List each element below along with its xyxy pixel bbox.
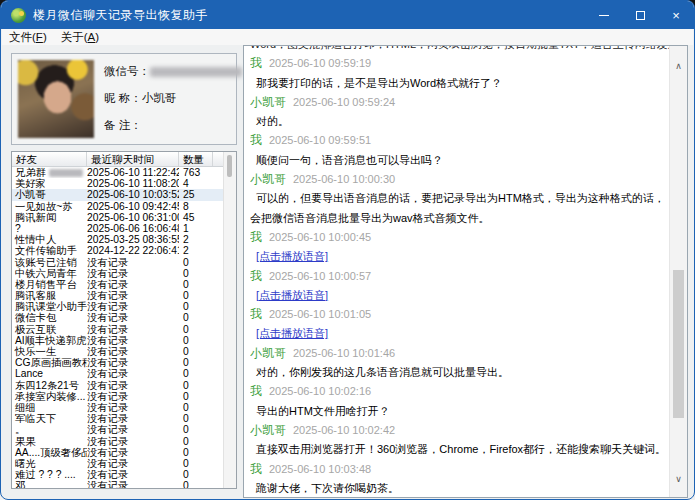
friend-last-chat-time: 没有记录 [87, 436, 179, 447]
friend-row[interactable]: 细细 没有记录 0 [12, 402, 224, 413]
friend-row[interactable]: 微信卡包 没有记录 0 [12, 312, 224, 323]
friend-last-chat-time: 2025-06-10 06:31:00 [87, 212, 179, 223]
friend-last-chat-time: 没有记录 [87, 324, 179, 335]
friend-name: ? [15, 223, 21, 234]
col-friend[interactable]: 好友 [12, 152, 87, 166]
menu-item-about[interactable]: 关于(A) [54, 29, 106, 45]
friend-message-count: 0 [179, 324, 209, 335]
message-time: 2025-06-10 10:01:46 [293, 347, 395, 359]
friend-message-count: 0 [179, 312, 209, 323]
maximize-icon [636, 11, 645, 20]
message-time: 2025-06-10 10:00:30 [293, 173, 395, 185]
friend-row[interactable]: 中铁六局青年 没有记录 0 [12, 268, 224, 279]
chat-message: 我2025-06-10 10:00:57 [点击播放语音] [250, 266, 669, 305]
friend-row[interactable]: 难过 ? ? ? .... 没有记录 0 [12, 469, 224, 480]
voice-link[interactable]: [点击播放语音] [250, 250, 328, 262]
title-bar[interactable]: 楼月微信聊天记录导出恢复助手 × [1, 1, 694, 29]
chat-message: 我2025-06-10 09:59:51 顺便问一句，语音消息也可以导出吗？ [250, 130, 669, 169]
friend-name: AI顺丰快递郭虎... [15, 335, 87, 346]
friend-last-chat-time: 没有记录 [87, 301, 179, 312]
sender-name: 小凯哥 [250, 423, 286, 437]
friend-row[interactable]: Lance 没有记录 0 [12, 368, 224, 379]
friend-row[interactable]: 快乐一生 没有记录 0 [12, 346, 224, 357]
friend-row[interactable]: 曙光 没有记录 0 [12, 458, 224, 469]
chat-scrollbar[interactable]: ∧ ∨ [669, 46, 687, 497]
sender-name: 我 [250, 133, 262, 147]
friend-row[interactable]: CG原画插画教程 没有记录 0 [12, 357, 224, 368]
chat-message-text: 可以的，但要导出语音消息的话，要把记录导出为HTM格式，导出为这种格式的话，会把… [250, 192, 665, 223]
friend-message-count: 0 [179, 257, 209, 268]
friends-scrollbar[interactable] [223, 152, 236, 488]
friend-last-chat-time: 没有记录 [87, 380, 179, 391]
friend-row[interactable]: 极云互联 没有记录 0 [12, 324, 224, 335]
friend-last-chat-time: 没有记录 [87, 402, 179, 413]
friend-name: 腾讯新闻 [15, 212, 56, 223]
sender-name: 我 [250, 56, 262, 70]
minimize-button[interactable] [586, 1, 622, 29]
message-time: 2025-06-10 10:01:05 [269, 308, 371, 320]
chat-message: 我2025-06-10 09:59:19 那我要打印的话，是不是导出为Word格… [250, 53, 669, 92]
menu-item-file[interactable]: 文件(F) [2, 29, 54, 45]
chat-message: 小凯哥2025-06-10 10:02:42 直接双击用浏览器打开！360浏览器… [250, 420, 669, 459]
friend-row[interactable]: 军临天下 没有记录 0 [12, 413, 224, 424]
scroll-up-icon[interactable]: ∧ [670, 58, 687, 74]
maximize-button[interactable] [622, 1, 658, 29]
chat-content: Word，图文混排适合打印；HTML，网页双击浏览；按日期批量TXT，适合上传网… [250, 46, 669, 497]
col-last-chat-time[interactable]: 最近聊天时间 [87, 152, 179, 166]
friend-message-count: 0 [179, 391, 209, 402]
message-time: 2025-06-10 10:00:45 [269, 231, 371, 243]
friend-row[interactable]: AA....顶级奢侈品 没有记录 0 [12, 447, 224, 458]
friends-scroll-thumb[interactable] [227, 155, 232, 177]
friend-message-count: 0 [179, 436, 209, 447]
chat-scroll-thumb[interactable] [673, 270, 684, 418]
close-icon: × [672, 9, 680, 22]
avatar-image [18, 60, 94, 138]
sender-name: 我 [250, 384, 262, 398]
message-time: 2025-06-10 10:02:42 [293, 424, 395, 436]
friend-row[interactable]: 文件传输助手 2024-12-22 22:06:41 2 [12, 245, 224, 256]
friend-row[interactable]: 一见如故~苏 2025-06-10 09:42:45 8 [12, 201, 224, 212]
friend-message-count: 0 [179, 346, 209, 357]
sender-name: 我 [250, 307, 262, 321]
friend-row[interactable]: 东四12条21号 没有记录 0 [12, 380, 224, 391]
friend-last-chat-time: 2024-12-22 22:06:41 [87, 245, 179, 256]
friend-row[interactable]: 小凯哥 2025-06-10 10:03:52 25 [12, 189, 224, 200]
friend-name-redacted [49, 169, 83, 177]
friend-row[interactable]: 美好家 2025-06-10 11:08:20 4 [12, 178, 224, 189]
nickname-value: 小凯哥 [142, 92, 177, 104]
close-button[interactable]: × [658, 1, 694, 29]
voice-link[interactable]: [点击播放语音] [250, 289, 328, 301]
friend-row[interactable]: ? 2025-06-06 16:06:48 1 [12, 223, 224, 234]
friend-row[interactable]: 该账号已注销 没有记录 0 [12, 257, 224, 268]
friend-row[interactable]: 性情中人 2025-03-25 08:36:55 2 [12, 234, 224, 245]
friend-message-count: 0 [179, 290, 209, 301]
chat-message-header: 我2025-06-10 10:03:48 [250, 459, 669, 478]
friend-row[interactable]: 楼月销售平台 没有记录 0 [12, 279, 224, 290]
friend-row[interactable]: 。 没有记录 0 [12, 424, 224, 435]
friend-message-count: 0 [179, 402, 209, 413]
scroll-down-icon[interactable]: ∨ [670, 471, 687, 487]
friend-row[interactable]: 兄弟群 2025-06-10 11:22:42 763 [12, 167, 224, 178]
friend-last-chat-time: 没有记录 [87, 357, 179, 368]
friend-last-chat-time: 2025-06-10 10:03:52 [87, 189, 179, 200]
col-count[interactable]: 数量 [179, 152, 213, 166]
friend-last-chat-time: 没有记录 [87, 391, 179, 402]
chat-clipped-line: Word，图文混排适合打印；HTML，网页双击浏览；按日期批量TXT，适合上传网… [250, 46, 669, 53]
friend-row[interactable]: 邓 没有记录 0 [12, 480, 224, 489]
friend-message-count: 0 [179, 380, 209, 391]
menu-bar: 文件(F) 关于(A) [2, 29, 693, 45]
friend-message-count: 0 [179, 368, 209, 379]
friend-row[interactable]: 腾讯客服 没有记录 0 [12, 290, 224, 301]
friend-row[interactable]: 承接室内装修... 没有记录 0 [12, 391, 224, 402]
sender-name: 小凯哥 [250, 172, 286, 186]
friend-last-chat-time: 没有记录 [87, 312, 179, 323]
chat-message-text: 跪谢大佬，下次请你喝奶茶。 [250, 482, 399, 494]
friend-row[interactable]: AI顺丰快递郭虎... 没有记录 0 [12, 335, 224, 346]
chat-message-header: 我2025-06-10 10:00:57 [250, 266, 669, 285]
friend-row[interactable]: 果果 没有记录 0 [12, 436, 224, 447]
chat-message-header: 小凯哥2025-06-10 09:59:24 [250, 92, 669, 111]
friend-message-count: 0 [179, 279, 209, 290]
friend-row[interactable]: 腾讯新闻 2025-06-10 06:31:00 45 [12, 212, 224, 223]
friend-row[interactable]: 腾讯课堂小助手 没有记录 0 [12, 301, 224, 312]
voice-link[interactable]: [点击播放语音] [250, 327, 328, 339]
